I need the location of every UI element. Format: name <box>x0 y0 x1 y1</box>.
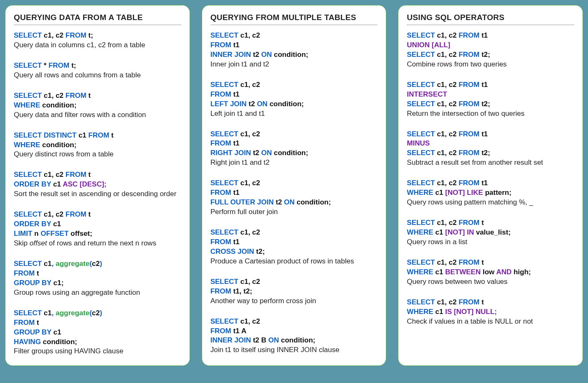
sql-block: SELECT c1, c2 FROM t1MINUSSELECT c1, c2 … <box>407 130 574 168</box>
token-kw: SELECT <box>210 31 241 39</box>
token-id: t2 <box>253 51 261 59</box>
token-id: c1, c2 <box>437 100 459 108</box>
code-line: ORDER BY c1 <box>14 220 181 229</box>
token-kw: FROM <box>459 81 482 89</box>
sql-block: SELECT c1, c2FROM t1LEFT JOIN t2 ON cond… <box>210 80 378 119</box>
sql-block: SELECT c1, c2 FROM tWHERE c1 BETWEEN low… <box>407 258 574 287</box>
token-id: t1 <box>233 189 239 197</box>
token-kw: FROM <box>459 219 482 227</box>
code-line: SELECT c1, c2 FROM t2; <box>407 50 574 60</box>
sql-block: SELECT c1, c2 FROM t1INTERSECTSELECT c1,… <box>407 80 574 119</box>
token-pp: UNION [ALL] <box>407 41 450 49</box>
token-id: c1, c2 <box>44 92 66 100</box>
token-id: c1, c2 <box>437 51 459 59</box>
token-id: c1 <box>435 308 445 316</box>
token-id: pattern; <box>485 189 511 197</box>
sql-block: SELECT c1, c2 FROM t;Query data in colum… <box>14 31 181 50</box>
description: Query data in columns c1, c2 from a tabl… <box>14 41 181 50</box>
token-kw: SELECT DISTINCT <box>14 131 79 139</box>
token-kw: , <box>52 309 56 317</box>
token-kw: WHERE <box>14 141 42 149</box>
token-id: c1, c2 <box>240 81 260 89</box>
code-line: SELECT c1, c2 FROM t; <box>14 31 181 41</box>
token-id: t2; <box>482 149 490 157</box>
token-kw: INNER JOIN <box>210 336 253 344</box>
code-line: FROM t1 A <box>210 327 378 336</box>
code-line: LEFT JOIN t2 ON condition; <box>210 100 378 109</box>
description: Query distinct rows from a table <box>14 150 181 159</box>
token-id: c1 <box>44 309 52 317</box>
token-id: c1, c2 <box>437 219 459 227</box>
sql-block: SELECT c1, c2FROM t1RIGHT JOIN t2 ON con… <box>210 130 378 168</box>
token-kw: SELECT <box>407 298 437 306</box>
code-line: SELECT c1, c2 <box>210 80 378 90</box>
code-line: FROM t1 <box>210 90 378 100</box>
sql-block: SELECT c1, aggregate(c2)FROM tGROUP BY c… <box>14 309 181 357</box>
token-kw: FROM <box>459 100 482 108</box>
token-id: t1 <box>482 31 488 39</box>
code-line: INNER JOIN t2 ON condition; <box>210 50 378 60</box>
token-kw: OFFSET <box>41 230 71 237</box>
token-kw: SELECT <box>210 130 241 138</box>
token-id: c1, c2 <box>437 149 459 157</box>
token-id: c1; <box>53 279 64 287</box>
code-line: WHERE c1 IS [NOT] NULL; <box>407 307 574 317</box>
code-line: SELECT c1, c2 FROM t2; <box>407 100 574 109</box>
token-kw: SELECT <box>407 179 437 187</box>
token-id: c1, c2 <box>240 130 260 138</box>
token-kw: SELECT <box>210 317 241 325</box>
token-kw: CROSS JOIN <box>210 248 256 255</box>
token-fn: aggregate <box>56 309 89 317</box>
code-line: FROM t1 <box>210 41 378 50</box>
token-id: t1 A <box>233 327 246 335</box>
token-id: t <box>89 210 91 218</box>
code-line: WHERE c1 BETWEEN low AND high; <box>407 268 574 277</box>
token-id: c1, c2 <box>240 278 260 286</box>
description: Produce a Cartesian product of rows in t… <box>210 257 378 266</box>
code-line: SELECT c1, c2 FROM t <box>407 218 574 228</box>
token-kw: FROM <box>210 41 233 49</box>
description: Left join t1 and t1 <box>210 109 378 119</box>
token-kw: SELECT <box>14 260 44 268</box>
code-line: GROUP BY c1; <box>14 278 181 288</box>
token-id: high; <box>514 268 531 276</box>
code-line: SELECT c1, c2 FROM t1 <box>407 80 574 90</box>
card-1: QUERYING FROM MULTIPLE TABLESSELECT c1, … <box>202 5 387 366</box>
token-kw: ORDER BY <box>14 220 53 228</box>
token-kw: FROM <box>66 171 89 179</box>
token-kw: SELECT <box>407 149 437 157</box>
sql-block: SELECT c1, c2FROM t1INNER JOIN t2 ON con… <box>210 31 378 69</box>
token-id: condition; <box>43 338 77 346</box>
token-id: t <box>482 219 484 227</box>
code-line: WHERE c1 [NOT] LIKE pattern; <box>407 188 574 198</box>
token-id: t2 <box>248 100 257 108</box>
code-line: GROUP BY c1 <box>14 328 181 337</box>
description: Right join t1 and t2 <box>210 158 378 168</box>
token-kw: WHERE <box>407 228 435 236</box>
description: Return the intersection of two queries <box>407 109 574 119</box>
token-id: c1, c2 <box>437 179 459 187</box>
code-line: UNION [ALL] <box>407 41 574 50</box>
description: Join t1 to itself using INNER JOIN claus… <box>210 345 378 355</box>
code-line: SELECT c1, c2 FROM t1 <box>407 31 574 41</box>
token-kw: RIGHT JOIN <box>210 149 253 157</box>
token-id: low <box>483 268 496 276</box>
sql-block: SELECT c1, aggregate(c2)FROM tGROUP BY c… <box>14 259 181 298</box>
token-id: * <box>44 61 48 69</box>
token-kw: INNER JOIN <box>210 51 253 59</box>
sql-block: SELECT c1, c2 FROM t1WHERE c1 [NOT] LIKE… <box>407 179 574 207</box>
description: Query data and filter rows with a condit… <box>14 110 181 120</box>
token-id: t <box>37 319 39 327</box>
description: Query all rows and columns from a table <box>14 71 181 80</box>
token-id: value_list; <box>476 228 511 236</box>
description: Combine rows from two queries <box>407 60 574 69</box>
token-id: c1, c2 <box>240 228 260 236</box>
token-id: t2 B <box>253 336 269 344</box>
description: Check if values in a table is NULL or no… <box>407 317 574 327</box>
sql-block: SELECT c1, c2FROM t1CROSS JOIN t2;Produc… <box>210 228 378 266</box>
sql-block: SELECT c1, c2FROM t1, t2;Another way to … <box>210 277 378 306</box>
token-kw: FROM <box>210 287 233 295</box>
code-line: RIGHT JOIN t2 ON condition; <box>210 148 378 158</box>
sql-block: SELECT c1, c2 FROM tWHERE condition;Quer… <box>14 91 181 120</box>
code-line: WHERE c1 [NOT] IN value_list; <box>407 228 574 237</box>
